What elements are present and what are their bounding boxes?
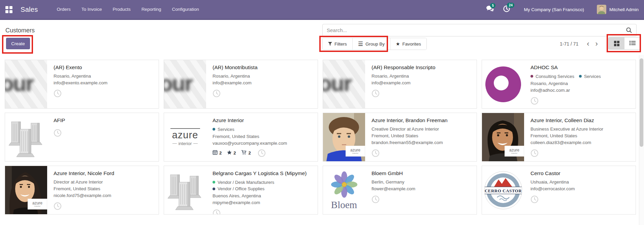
group-by-icon: ☰ xyxy=(358,41,363,47)
customer-card[interactable]: BloemBloem GmbHBerlin, Germanyflower@exa… xyxy=(323,166,477,215)
bloem-logo-image: Bloem xyxy=(323,166,365,214)
activity-clock-icon[interactable] xyxy=(372,89,380,97)
tag-services: Services xyxy=(213,126,234,133)
activity-clock-icon[interactable] xyxy=(530,195,539,203)
apps-menu-icon[interactable] xyxy=(5,6,12,13)
customer-location: Fremont, United States xyxy=(54,186,155,192)
pager: 1-71 / 71 ‹ › xyxy=(560,40,601,48)
customer-location: Ushuaia, Argentina xyxy=(530,179,632,186)
activity-clock-icon[interactable] xyxy=(54,129,62,137)
customer-card[interactable]: Belgrano Cargas Y Logistica S (Mipyme)Ve… xyxy=(164,166,318,215)
counter-value: 2 xyxy=(248,150,251,156)
azure-mini-sub: interior xyxy=(352,152,358,154)
user-menu[interactable]: Mitchell Admin xyxy=(597,5,639,14)
cerro-logo-image: CERRO CASTOR xyxy=(482,166,524,214)
activity-clock-icon[interactable] xyxy=(213,209,221,214)
tag-vendor-office-supplies: Vendor / Office Supplies xyxy=(213,186,264,192)
buildings-image xyxy=(164,166,206,214)
tag-label: Services xyxy=(584,73,601,80)
customer-name: Azure Interior, Brandon Freeman xyxy=(372,117,473,123)
customer-card[interactable]: azureinteriorAzure Interior, Brandon Fre… xyxy=(323,113,477,162)
customer-email: info@adhoc.com.ar xyxy=(530,87,632,94)
search-input[interactable] xyxy=(323,27,626,33)
nav-item-orders[interactable]: Orders xyxy=(52,0,76,19)
create-button[interactable]: Create xyxy=(6,38,30,49)
blurred-logo-image: our xyxy=(323,60,365,108)
adhoc-logo-image xyxy=(482,60,524,108)
azure-mini-badge: azureinterior xyxy=(505,146,524,157)
activity-clock-icon[interactable] xyxy=(372,149,380,157)
group-by-button[interactable]: ☰ Group By xyxy=(353,38,390,50)
customer-location: Fremont, United States xyxy=(530,133,632,139)
customer-name: (AR) Monotributista xyxy=(213,64,314,71)
activities-badge: 24 xyxy=(507,3,514,8)
activity-clock-icon[interactable] xyxy=(213,89,221,97)
app-name[interactable]: Sales xyxy=(21,6,38,13)
nav-item-to-invoice[interactable]: To Invoice xyxy=(76,0,107,19)
top-navbar: Sales OrdersTo InvoiceProductsReportingC… xyxy=(0,0,644,20)
customer-card[interactable]: ADHOC SAConsulting ServicesServicesRosar… xyxy=(482,60,636,109)
customer-location: Buenos Aires, Argentina xyxy=(213,193,314,199)
customer-location: Rosario, Argentina xyxy=(372,73,473,80)
filters-button[interactable]: Filters xyxy=(323,38,353,50)
calendar-counter[interactable]: 2 xyxy=(213,150,222,156)
customer-email: vauxoo@yourcompany.example.com xyxy=(213,140,314,147)
nav-item-products[interactable]: Products xyxy=(107,0,136,19)
customer-counters: 222 xyxy=(213,149,314,157)
customer-card[interactable]: CERRO CASTORCerro CastorUshuaia, Argenti… xyxy=(482,166,636,215)
nav-item-configuration[interactable]: Configuration xyxy=(166,0,204,19)
customer-name: Bloem GmbH xyxy=(372,170,473,176)
scrollbar-thumb[interactable] xyxy=(640,58,643,147)
favorites-button[interactable]: ★ Favorites xyxy=(390,38,426,50)
customer-name: Azure Interior, Colleen Diaz xyxy=(530,117,632,123)
azure-mini-word: azure xyxy=(350,148,360,152)
pager-previous-button[interactable]: ‹ xyxy=(584,40,592,48)
customer-card[interactable]: our(AR) Responsable InscriptoRosario, Ar… xyxy=(323,60,477,109)
tag-color-dot xyxy=(579,75,582,78)
customer-subtitle: Director at Azure Interior xyxy=(54,179,155,186)
cart-icon xyxy=(241,150,247,156)
pager-next-button[interactable]: › xyxy=(592,40,601,48)
company-switcher[interactable]: My Company (San Francisco) xyxy=(524,7,584,12)
customer-email: flower@example.com xyxy=(372,186,473,192)
messages-button[interactable]: 5 xyxy=(486,5,494,13)
customer-name: (AR) Exento xyxy=(54,64,155,71)
customer-card-body: (AR) ExentoRosario, Argentinainfo@exento… xyxy=(47,60,159,108)
vertical-scrollbar[interactable] xyxy=(639,55,644,225)
customer-tags: Services xyxy=(213,126,314,133)
photo-brandon-image: azureinterior xyxy=(323,113,365,161)
customer-location: Fremont, United States xyxy=(372,133,473,139)
search-icon[interactable] xyxy=(626,27,632,33)
customer-card[interactable]: our(AR) MonotributistaRosario, Argentina… xyxy=(164,60,318,109)
customer-card[interactable]: azureinteriorAzure Interior, Colleen Dia… xyxy=(482,113,636,162)
tag-services: Services xyxy=(579,73,601,80)
activity-clock-icon[interactable] xyxy=(530,149,539,157)
activity-clock-icon[interactable] xyxy=(530,97,539,105)
star-counter[interactable]: 2 xyxy=(227,150,236,156)
customer-name: (AR) Responsable Inscripto xyxy=(372,64,473,71)
view-switcher xyxy=(608,37,641,50)
customer-card[interactable]: our(AR) ExentoRosario, Argentinainfo@exe… xyxy=(5,60,159,109)
logo-sub-text: interior xyxy=(179,141,192,146)
svg-text:CERRO CASTOR: CERRO CASTOR xyxy=(484,188,521,193)
customer-subtitle: Creative Director at Azure Interior xyxy=(372,126,473,133)
list-view-button[interactable] xyxy=(624,37,640,49)
nav-item-reporting[interactable]: Reporting xyxy=(136,0,167,19)
customer-tags: Vendor / Desk ManufacturersVendor / Offi… xyxy=(213,179,314,192)
customer-card-body: Azure InteriorServicesFremont, United St… xyxy=(206,113,318,161)
activities-button[interactable]: 24 xyxy=(503,5,510,14)
activity-clock-icon[interactable] xyxy=(54,202,62,210)
customer-card-body: Azure Interior, Brandon FreemanCreative … xyxy=(365,113,477,161)
activity-clock-icon[interactable] xyxy=(54,89,62,97)
customer-card[interactable]: azureinteriorAzure Interior, Nicole Ford… xyxy=(5,166,159,215)
kanban-view-button[interactable] xyxy=(609,37,624,49)
customer-card[interactable]: AFIP xyxy=(5,113,159,162)
customer-card-body: Bloem GmbHBerlin, Germanyflower@example.… xyxy=(365,166,477,214)
customer-name: Cerro Castor xyxy=(530,170,632,176)
customer-card[interactable]: azureinteriorAzure InteriorServicesFremo… xyxy=(164,113,318,162)
activity-clock-icon[interactable] xyxy=(258,149,266,157)
tag-vendor-desk-manufacturers: Vendor / Desk Manufacturers xyxy=(213,179,274,186)
activity-clock-icon[interactable] xyxy=(372,195,380,203)
cart-counter[interactable]: 2 xyxy=(241,150,251,156)
customer-email: info@example.com xyxy=(372,80,473,86)
